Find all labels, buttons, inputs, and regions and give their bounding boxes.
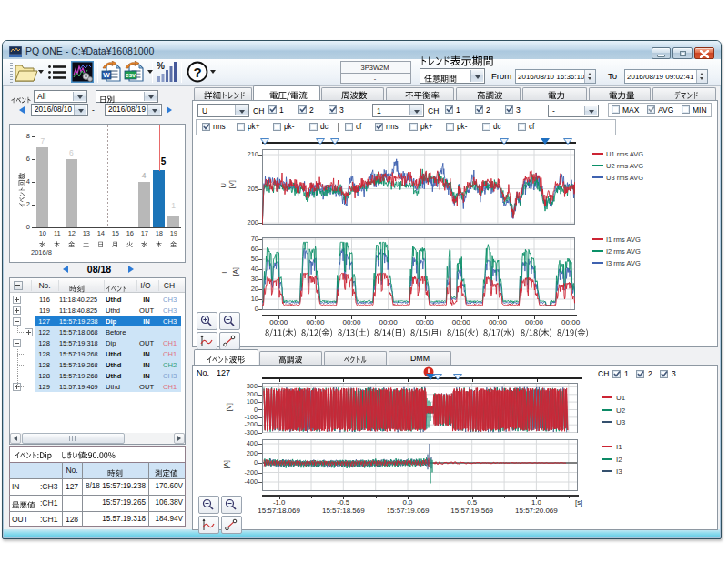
svg-text:?: ? (193, 65, 201, 80)
svg-text:csv: csv (126, 72, 136, 78)
svg-text:%: % (157, 61, 165, 71)
svg-text:W: W (103, 71, 110, 79)
